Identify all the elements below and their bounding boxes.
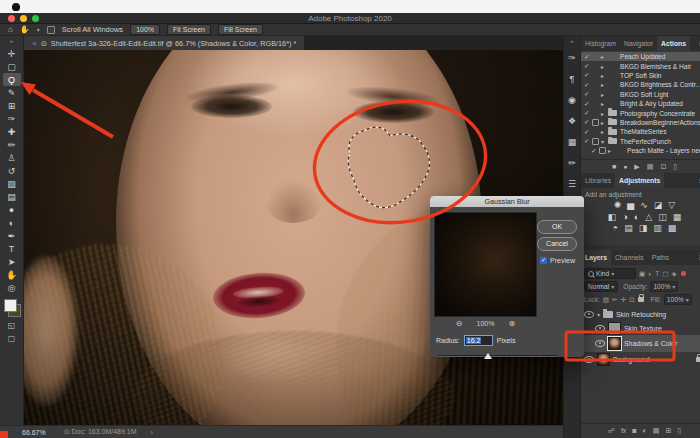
- brush-tool[interactable]: ✏: [3, 138, 21, 151]
- filter-smart-icon[interactable]: ◈: [671, 270, 676, 278]
- gradient-map-icon[interactable]: ▥: [653, 223, 662, 233]
- play-button[interactable]: ▶: [634, 163, 639, 171]
- filter-toggle-icon[interactable]: [681, 271, 686, 276]
- action-row[interactable]: ✓ TheMatteSeries: [581, 127, 700, 136]
- action-check-icon[interactable]: ✓: [584, 137, 592, 145]
- action-expand-arrow[interactable]: [601, 110, 608, 117]
- path-selection-tool[interactable]: ➤: [3, 255, 21, 268]
- blur-preview-thumbnail[interactable]: [434, 212, 537, 317]
- action-row[interactable]: ✓ Peach Matte - Layers nee...: [581, 146, 700, 155]
- visibility-eye-icon[interactable]: [584, 356, 594, 363]
- filter-pixel-icon[interactable]: ▣: [639, 270, 645, 278]
- action-expand-arrow[interactable]: [601, 91, 608, 98]
- layer-thumbnail[interactable]: [597, 353, 610, 366]
- action-check-icon[interactable]: ✓: [584, 71, 592, 79]
- action-expand-arrow[interactable]: [601, 53, 608, 60]
- layer-style-icon[interactable]: fx: [621, 427, 626, 435]
- eraser-tool[interactable]: ▨: [3, 177, 21, 190]
- action-dialog-toggle[interactable]: [592, 119, 599, 126]
- action-expand-arrow[interactable]: [608, 147, 615, 154]
- fit-screen-button[interactable]: Fit Screen: [167, 24, 211, 35]
- color-table-panel-icon[interactable]: ▦: [564, 134, 580, 150]
- blend-mode-select[interactable]: Normal ▾: [584, 281, 618, 292]
- lock-artboard-icon[interactable]: ⊡: [629, 296, 635, 304]
- new-group-icon[interactable]: ▤: [653, 427, 660, 435]
- filter-adjustment-icon[interactable]: ◐: [648, 270, 652, 278]
- layer-row[interactable]: ▾ Shadows & Color: [581, 335, 700, 352]
- lock-paint-icon[interactable]: ✏: [612, 296, 618, 304]
- document-tab[interactable]: × ⊙ Shutterfest 3a-326-Edit-Edit-Edit.ti…: [24, 36, 304, 50]
- tab-histogram[interactable]: Histogram: [581, 36, 620, 51]
- opacity-value[interactable]: 100% ▾: [650, 281, 678, 292]
- action-check-icon[interactable]: ✓: [584, 109, 592, 117]
- healing-brush-tool[interactable]: ✚: [3, 125, 21, 138]
- eyedropper-tool[interactable]: ✑: [3, 112, 21, 125]
- action-check-icon[interactable]: ✓: [584, 62, 592, 70]
- levels-icon[interactable]: ▅: [627, 200, 634, 210]
- dodge-tool[interactable]: ◐: [3, 216, 21, 229]
- new-layer-icon[interactable]: ⊞: [665, 427, 671, 435]
- fill-screen-button[interactable]: Fill Screen: [218, 24, 263, 35]
- lock-all-icon[interactable]: [638, 297, 644, 302]
- action-row[interactable]: ✓ Photography Concentrate: [581, 108, 700, 117]
- hand-tool-icon[interactable]: ✋: [20, 25, 30, 34]
- radius-slider[interactable]: [438, 353, 558, 359]
- action-check-icon[interactable]: ✓: [584, 118, 592, 126]
- zoom-out-icon[interactable]: ⊖: [456, 319, 463, 328]
- history-brush-tool[interactable]: ↺: [3, 164, 21, 177]
- layer-row[interactable]: ▾ Background: [581, 352, 700, 366]
- filter-type-icon[interactable]: T: [655, 270, 659, 278]
- pen-tool[interactable]: ✒: [3, 229, 21, 242]
- ok-button[interactable]: OK: [537, 220, 577, 234]
- move-tool[interactable]: ✛: [3, 47, 21, 60]
- info-panel-icon[interactable]: ◉: [564, 92, 580, 108]
- tab-navigator[interactable]: Navigator: [620, 36, 657, 51]
- lasso-tool[interactable]: Ϙ: [3, 73, 21, 86]
- dialog-title[interactable]: Gaussian Blur: [430, 196, 584, 207]
- exposure-icon[interactable]: ◪: [654, 200, 663, 210]
- new-adjustment-layer-icon[interactable]: ◐: [643, 427, 647, 435]
- brushes-panel-icon[interactable]: ✏: [564, 155, 580, 171]
- lock-position-icon[interactable]: ✛: [621, 296, 627, 304]
- posterize-icon[interactable]: ▤: [624, 223, 633, 233]
- action-row[interactable]: ✓ BreakdownBeginnerActions: [581, 118, 700, 127]
- hue-saturation-icon[interactable]: ◧: [608, 212, 617, 222]
- color-lookup-icon[interactable]: ▦: [673, 212, 682, 222]
- radius-input[interactable]: 16.2: [464, 335, 493, 346]
- group-caret-icon[interactable]: ▾: [597, 311, 600, 318]
- action-row[interactable]: ✓ Peach Updated: [581, 52, 700, 61]
- stop-button[interactable]: ■: [612, 163, 616, 171]
- tool-preset-caret-icon[interactable]: ▾: [37, 26, 40, 33]
- layer-thumbnail[interactable]: [608, 337, 621, 350]
- fill-value[interactable]: 100% ▾: [664, 294, 692, 305]
- layer-row[interactable]: ▾ Skin Retouching: [581, 307, 700, 321]
- tab-channels[interactable]: Channels: [611, 250, 648, 265]
- visibility-eye-icon[interactable]: [595, 340, 605, 347]
- crop-tool[interactable]: ⊞: [3, 99, 21, 112]
- character-panel-icon[interactable]: ¶: [564, 71, 580, 87]
- action-dialog-toggle[interactable]: [599, 147, 606, 154]
- foreground-color-swatch[interactable]: [4, 299, 17, 312]
- cancel-button[interactable]: Cancel: [537, 237, 577, 251]
- scroll-all-windows-checkbox[interactable]: [47, 26, 55, 34]
- apple-logo-icon[interactable]: [12, 3, 20, 11]
- marquee-tool[interactable]: ▢: [3, 60, 21, 73]
- action-check-icon[interactable]: ✓: [584, 90, 592, 98]
- action-expand-arrow[interactable]: [601, 72, 608, 79]
- action-expand-arrow[interactable]: [601, 63, 608, 70]
- clone-stamp-tool[interactable]: ♙: [3, 151, 21, 164]
- action-dialog-toggle[interactable]: [592, 138, 599, 145]
- layer-row[interactable]: ▾ Skin Texture: [581, 321, 700, 335]
- action-check-icon[interactable]: ✓: [584, 81, 592, 89]
- zoom-tool[interactable]: ◎: [3, 281, 21, 294]
- record-button[interactable]: ●: [623, 163, 627, 171]
- blur-tool[interactable]: ●: [3, 203, 21, 216]
- new-set-button[interactable]: ▤: [647, 163, 654, 171]
- action-row[interactable]: ✓ Bright & Airy Updated: [581, 99, 700, 108]
- home-icon[interactable]: ⌂: [8, 25, 13, 34]
- preview-checkbox[interactable]: ✓: [540, 257, 547, 264]
- action-expand-arrow[interactable]: [601, 128, 608, 135]
- visibility-eye-icon[interactable]: [595, 325, 605, 332]
- threshold-icon[interactable]: ◨: [639, 223, 648, 233]
- link-layers-icon[interactable]: ☍: [608, 427, 615, 435]
